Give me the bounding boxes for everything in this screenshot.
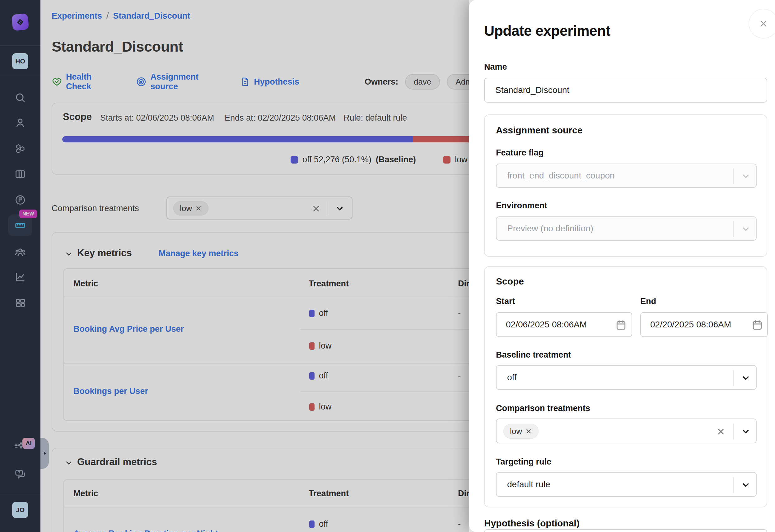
select-divider <box>733 424 734 439</box>
targeting-rule-label: Targeting rule <box>496 457 551 467</box>
panel-comparison-select[interactable]: low <box>496 419 757 443</box>
panel-scope-card: Scope Start End 02/06/2025 08:06AM 02/20… <box>484 266 767 507</box>
panel-comparison-label: Comparison treatments <box>496 404 590 413</box>
end-date-input[interactable]: 02/20/2025 08:06AM <box>640 312 768 337</box>
select-divider <box>733 169 734 184</box>
select-divider <box>733 477 734 493</box>
feature-flag-select[interactable]: front_end_discount_coupon <box>496 164 757 188</box>
calendar-icon[interactable] <box>615 319 627 331</box>
hypothesis-input[interactable] <box>484 529 767 532</box>
app-root: HO NEW AI <box>0 0 775 532</box>
hypothesis-optional-label: Hypothesis (optional) <box>484 518 580 529</box>
select-divider <box>733 221 734 237</box>
chevron-down-icon[interactable] <box>741 427 750 436</box>
modal-backdrop[interactable] <box>0 0 469 532</box>
chevron-down-icon <box>741 224 750 234</box>
start-date-input[interactable]: 02/06/2025 08:06AM <box>496 312 632 337</box>
assignment-source-card: Assignment source Feature flag front_end… <box>484 114 767 257</box>
baseline-treatment-select[interactable]: off <box>496 365 757 390</box>
clear-selection-icon[interactable] <box>716 427 726 436</box>
start-label: Start <box>496 297 515 306</box>
end-label: End <box>640 297 656 306</box>
baseline-treatment-label: Baseline treatment <box>496 350 571 360</box>
name-label: Name <box>484 62 507 72</box>
environment-label: Environment <box>496 201 547 210</box>
targeting-rule-select[interactable]: default rule <box>496 472 757 497</box>
panel-title: Update experiment <box>484 22 610 39</box>
environment-select[interactable]: Preview (no definition) <box>496 216 757 241</box>
panel-scope-title: Scope <box>496 276 524 287</box>
select-divider <box>733 370 734 386</box>
calendar-icon[interactable] <box>752 319 763 331</box>
chevron-down-icon <box>741 172 750 181</box>
name-input[interactable]: Standard_Discount <box>484 78 767 103</box>
chevron-down-icon[interactable] <box>741 480 750 490</box>
feature-flag-label: Feature flag <box>496 148 544 158</box>
panel-content: Update experiment Name Standard_Discount… <box>484 0 775 532</box>
panel-treatment-chip-low[interactable]: low <box>504 424 539 439</box>
chevron-down-icon[interactable] <box>741 373 750 383</box>
chip-remove-icon <box>525 428 532 435</box>
assignment-source-title: Assignment source <box>496 125 582 136</box>
